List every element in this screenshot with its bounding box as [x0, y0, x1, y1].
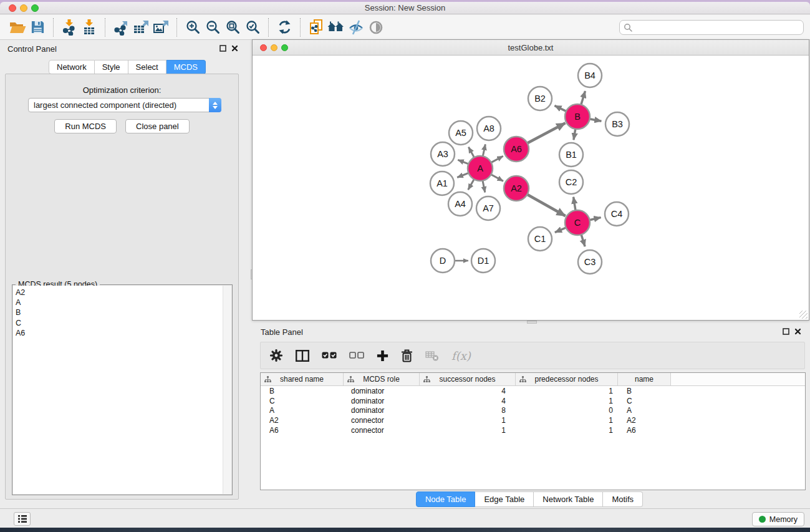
- table-cell[interactable]: 1: [420, 426, 516, 435]
- column-header-shared-name[interactable]: shared name: [261, 373, 344, 385]
- memory-button[interactable]: Memory: [752, 512, 804, 526]
- graph-node-D1[interactable]: D1: [471, 249, 495, 273]
- table-cell[interactable]: A2: [261, 416, 344, 425]
- deselect-all-checkboxes-icon[interactable]: [349, 347, 364, 364]
- tab-style[interactable]: Style: [95, 60, 128, 74]
- tab-motifs[interactable]: Motifs: [603, 491, 643, 507]
- import-table-icon[interactable]: [79, 17, 99, 37]
- table-row[interactable]: Bdominator41B: [261, 386, 805, 396]
- graph-node-A4[interactable]: A4: [448, 192, 472, 216]
- tab-network-table[interactable]: Network Table: [534, 491, 603, 507]
- graph-node-C3[interactable]: C3: [578, 250, 602, 274]
- tab-node-table[interactable]: Node Table: [416, 491, 476, 507]
- search-box[interactable]: [619, 20, 804, 35]
- graph-edge-A-A5[interactable]: [468, 147, 474, 158]
- table-cell[interactable]: 4: [420, 397, 516, 405]
- graph-node-B1[interactable]: B1: [559, 143, 583, 167]
- table-cell[interactable]: 1: [516, 426, 618, 435]
- graph-node-C2[interactable]: C2: [559, 170, 583, 194]
- graph-node-A7[interactable]: A7: [476, 196, 500, 220]
- table-cell[interactable]: A6: [261, 426, 344, 435]
- graph-node-D[interactable]: D: [431, 249, 455, 273]
- table-cell[interactable]: A6: [618, 426, 671, 435]
- graph-node-A3[interactable]: A3: [431, 142, 455, 166]
- graph-node-A1[interactable]: A1: [430, 172, 454, 195]
- mcds-result-list[interactable]: A2ABCA6: [13, 286, 231, 494]
- select-all-checkboxes-icon[interactable]: [322, 347, 337, 364]
- export-image-icon[interactable]: [151, 17, 171, 37]
- settings-gear-icon[interactable]: [269, 347, 283, 364]
- graph-edge-B-B1[interactable]: [574, 129, 576, 140]
- graph-edge-A-A4[interactable]: [468, 179, 475, 190]
- table-cell[interactable]: 1: [516, 416, 618, 425]
- graph-edge-C-C1[interactable]: [555, 228, 566, 233]
- home-view-icon[interactable]: [326, 17, 346, 37]
- graph-edge-A2-C[interactable]: [527, 195, 565, 216]
- zoom-selected-icon[interactable]: [243, 17, 263, 37]
- graph-node-B2[interactable]: B2: [528, 87, 552, 110]
- graph-edge-A-A2[interactable]: [491, 175, 504, 181]
- graph-node-B[interactable]: B: [565, 104, 590, 129]
- graph-node-B4[interactable]: B4: [578, 64, 602, 87]
- network-canvas[interactable]: AA2A6BCA1A3A4A5A7A8B1B2B3B4C1C2C3C4DD1: [253, 56, 809, 320]
- table-row[interactable]: Cdominator41C: [261, 396, 805, 406]
- table-cell[interactable]: A2: [618, 416, 671, 425]
- function-builder-icon[interactable]: f(x): [451, 347, 471, 364]
- table-cell[interactable]: C: [261, 397, 344, 405]
- table-cell[interactable]: 8: [420, 406, 516, 415]
- float-panel-icon[interactable]: [783, 328, 789, 335]
- graph-edge-B-B2[interactable]: [554, 105, 566, 111]
- graph-node-C4[interactable]: C4: [605, 202, 629, 226]
- table-cell[interactable]: 1: [420, 416, 516, 425]
- graph-edge-A-A8[interactable]: [483, 144, 485, 156]
- graph-edge-A6-B[interactable]: [528, 123, 566, 143]
- clone-network-icon[interactable]: [306, 17, 326, 37]
- table-cell[interactable]: 0: [516, 406, 618, 415]
- table-row[interactable]: A2connector11A2: [261, 415, 805, 425]
- column-header-name[interactable]: name: [618, 373, 671, 385]
- graph-edge-B-B4[interactable]: [581, 91, 586, 105]
- task-history-button[interactable]: [14, 512, 31, 526]
- table-cell[interactable]: dominator: [344, 387, 420, 395]
- graph-node-C1[interactable]: C1: [528, 227, 552, 251]
- table-cell[interactable]: 1: [516, 397, 618, 405]
- splitter-handle-horizontal[interactable]: [527, 321, 537, 324]
- graph-node-A[interactable]: A: [468, 156, 493, 181]
- graph-edge-A-A1[interactable]: [457, 173, 468, 177]
- export-table-icon[interactable]: [131, 17, 151, 37]
- table-row[interactable]: A6connector11A6: [261, 425, 805, 435]
- close-panel-button[interactable]: Close panel: [125, 119, 190, 133]
- graph-node-A8[interactable]: A8: [477, 117, 501, 140]
- graph-edge-A-A6[interactable]: [491, 156, 503, 162]
- search-input[interactable]: [632, 23, 799, 32]
- tab-edge-table[interactable]: Edge Table: [475, 491, 534, 507]
- network-window-titlebar[interactable]: testGlobe.txt: [253, 40, 809, 56]
- graph-edge-A-A3[interactable]: [458, 160, 468, 164]
- graph-node-A6[interactable]: A6: [504, 137, 529, 162]
- column-visibility-icon[interactable]: [296, 347, 309, 364]
- result-list-scrollbar[interactable]: [223, 286, 231, 494]
- close-panel-icon[interactable]: [231, 45, 238, 52]
- graph-node-C[interactable]: C: [565, 210, 590, 235]
- zoom-out-icon[interactable]: [203, 17, 223, 37]
- refresh-view-icon[interactable]: [274, 17, 294, 37]
- delete-column-icon[interactable]: [401, 347, 413, 364]
- table-cell[interactable]: C: [618, 397, 671, 405]
- zoom-in-icon[interactable]: [183, 17, 203, 37]
- graph-edge-B-B3[interactable]: [590, 119, 602, 122]
- mcds-result-item[interactable]: A6: [13, 328, 231, 338]
- table-cell[interactable]: connector: [344, 426, 420, 435]
- graph-node-A5[interactable]: A5: [449, 121, 473, 145]
- graph-node-A2[interactable]: A2: [504, 176, 529, 201]
- graph-node-B3[interactable]: B3: [605, 112, 629, 136]
- criterion-select[interactable]: largest connected component (directed): [28, 98, 221, 112]
- table-cell[interactable]: B: [261, 387, 344, 395]
- table-cell[interactable]: dominator: [344, 397, 420, 405]
- import-network-icon[interactable]: [59, 17, 79, 37]
- mcds-result-item[interactable]: C: [13, 318, 231, 328]
- float-panel-icon[interactable]: [219, 45, 226, 52]
- graph-edge-A-A7[interactable]: [483, 181, 485, 193]
- table-row[interactable]: Adominator80A: [261, 405, 805, 415]
- add-column-icon[interactable]: [377, 347, 388, 364]
- table-cell[interactable]: dominator: [344, 406, 420, 415]
